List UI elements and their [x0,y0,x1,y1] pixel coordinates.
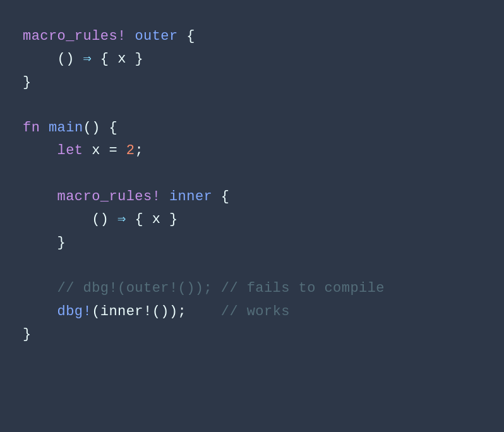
code-line: () ⇒ { x } [23,208,481,231]
code-token [160,189,169,205]
code-token: fn [23,120,40,136]
code-line: fn main() { [23,117,481,140]
code-token: // works [221,304,290,320]
code-line [23,163,481,186]
code-token: inner [169,189,212,205]
code-token [40,120,49,136]
code-token: () [23,212,117,227]
code-token: ⇒ [117,212,126,227]
code-token: (inner!()); [92,304,221,320]
code-token: { [126,212,152,227]
code-line: let x = 2; [23,140,481,162]
code-token: } [23,327,32,342]
code-line: macro_rules! inner { [23,186,481,208]
code-token: 2 [126,143,135,159]
code-line: macro_rules! outer { [23,25,481,48]
code-token: x = [83,143,126,159]
code-line: } [23,71,481,94]
code-line [23,94,481,117]
code-token: macro_rules! [23,28,126,44]
code-token: dbg! [57,304,92,320]
code-token: } [23,235,66,251]
code-token [23,189,57,205]
code-token: { [212,189,229,205]
code-line: } [23,232,481,255]
code-token: outer [135,28,177,44]
code-line: () ⇒ { x } [23,48,481,71]
code-line: // dbg!(outer!()); // fails to compile [23,277,481,300]
code-token: macro_rules! [57,189,161,205]
code-token: main [49,120,83,136]
code-token: // dbg!(outer!()); // fails to compile [23,280,385,296]
code-line: dbg!(inner!()); // works [23,301,481,323]
code-token [23,304,57,320]
code-token: ; [135,143,143,159]
code-token: let [57,143,83,159]
code-token: } [126,51,143,67]
code-token: { [92,51,117,67]
code-token [126,28,135,44]
code-token: { [178,28,195,44]
code-line: } [23,323,481,346]
code-line [23,255,481,277]
code-token: () { [83,120,118,136]
code-token: () [23,51,83,67]
code-editor: macro_rules! outer { () ⇒ { x }} fn main… [0,0,504,432]
code-token: } [23,75,32,90]
code-token: x [117,51,126,67]
code-token: ⇒ [83,51,92,67]
code-token: x [152,212,161,227]
code-token [23,143,57,159]
code-token: } [160,212,177,227]
